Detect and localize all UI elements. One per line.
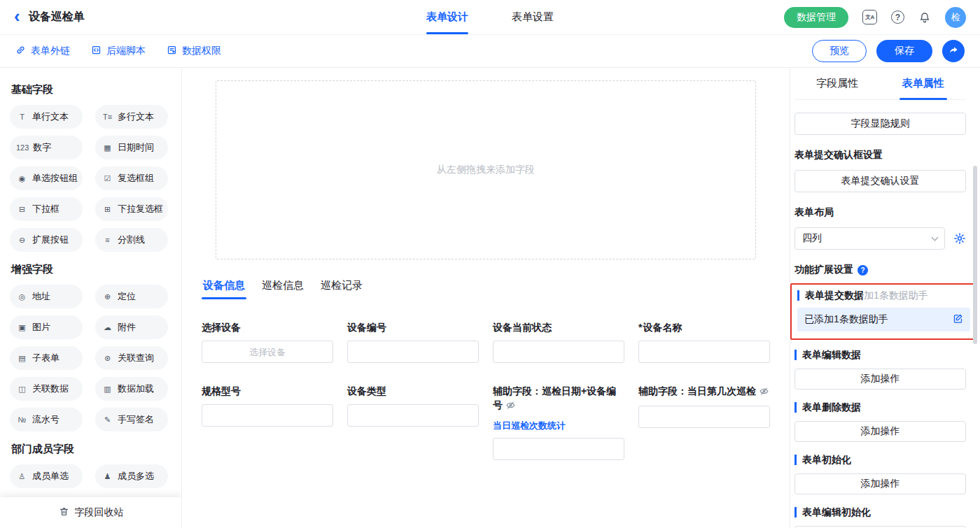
field-item-select[interactable]: ⊟下拉框: [10, 197, 83, 221]
tab-form-design[interactable]: 表单设计: [426, 0, 468, 34]
serial-number-icon: №: [16, 415, 28, 424]
member-field-grid: ♙成员单选 ♟成员多选: [10, 464, 172, 488]
field-item-signature[interactable]: ✎手写签名: [95, 408, 168, 431]
help-icon[interactable]: ?: [891, 10, 904, 24]
device-name-input[interactable]: [638, 341, 770, 363]
panel-scrollbar[interactable]: [973, 166, 977, 344]
tab-inspect-record[interactable]: 巡检记录: [319, 279, 364, 299]
data-assistant-entry[interactable]: 已添加1条数据助手: [797, 308, 970, 331]
select-icon: ⊟: [16, 205, 28, 214]
member-single-icon: ♙: [16, 472, 28, 481]
section-enhanced-fields: 增强字段: [11, 263, 172, 276]
tab-device-info[interactable]: 设备信息: [202, 279, 246, 299]
field-item-location[interactable]: ⊕定位: [95, 285, 168, 308]
field-visibility-rules-button[interactable]: 字段显隐规则: [794, 113, 966, 135]
select-device-input[interactable]: [202, 341, 333, 363]
subform-icon: ▤: [16, 354, 28, 363]
field-device-name[interactable]: *设备名称: [638, 320, 770, 363]
layout-settings-gear-icon[interactable]: [953, 232, 966, 245]
field-item-linked-query[interactable]: ⊛关联查询: [95, 346, 168, 370]
field-spec-model[interactable]: 规格型号: [202, 384, 333, 427]
form-delete-data-title: 表单删除数据: [794, 402, 966, 413]
data-permission-button[interactable]: 数据权限: [167, 45, 221, 57]
field-item-single-line-text[interactable]: T单行文本: [10, 105, 83, 129]
daily-count-stat-link[interactable]: 当日巡检次数统计: [493, 420, 624, 432]
field-item-multi-line-text[interactable]: T≡多行文本: [95, 105, 168, 129]
field-device-type[interactable]: 设备类型: [347, 384, 479, 427]
address-icon: ◎: [16, 292, 28, 301]
tab-field-properties[interactable]: 字段属性: [794, 68, 881, 99]
user-avatar[interactable]: 检: [945, 7, 966, 28]
field-item-data-load[interactable]: ▥数据加载: [95, 377, 168, 401]
eye-off-icon[interactable]: [760, 385, 769, 399]
field-device-no[interactable]: 设备编号: [347, 320, 479, 363]
aux-times-input[interactable]: [638, 406, 770, 428]
chevron-down-icon: [932, 234, 939, 241]
tab-form-settings[interactable]: 表单设置: [512, 0, 554, 34]
radio-icon: ◉: [16, 174, 28, 183]
field-item-multi-select[interactable]: ⊞下拉复选框: [95, 197, 168, 221]
toolbar-actions: 预览 保存: [812, 40, 965, 62]
single-line-text-icon: T: [16, 113, 28, 121]
notification-bell-icon[interactable]: [918, 11, 931, 24]
add-action-button[interactable]: 添加操作: [794, 473, 966, 494]
signature-icon: ✎: [102, 415, 113, 424]
extend-button-icon: ⊖: [16, 236, 28, 245]
tab-inspect-info[interactable]: 巡检信息: [260, 279, 305, 299]
external-link-button[interactable]: 表单外链: [15, 45, 70, 57]
field-aux-date-no[interactable]: 辅助字段：巡检日期+设备编号 当日巡检次数统计: [493, 384, 624, 460]
linked-query-icon: ⊛: [102, 354, 113, 363]
section-form-edit-data: 表单编辑数据 添加操作: [794, 350, 966, 390]
attachment-icon: ☁: [102, 323, 113, 332]
number-icon: 123: [16, 143, 29, 152]
add-action-button[interactable]: 添加操作: [794, 421, 966, 442]
back-icon[interactable]: ‹: [14, 7, 20, 25]
field-item-number[interactable]: 123数字: [10, 136, 83, 159]
form-layout-select[interactable]: 四列: [794, 227, 945, 250]
field-select-device[interactable]: 选择设备: [202, 320, 333, 363]
field-item-linked-data[interactable]: ◫关联数据: [10, 377, 83, 401]
link-icon: [15, 45, 26, 57]
preview-button[interactable]: 预览: [812, 40, 867, 62]
field-item-checkbox-group[interactable]: ☑复选框组: [95, 166, 168, 190]
device-type-input[interactable]: [347, 404, 479, 427]
page-title: 设备巡检单: [29, 10, 85, 24]
field-item-attachment[interactable]: ☁附件: [95, 315, 168, 339]
form-field-grid: 选择设备 设备编号 设备当前状态 *设备名称 规格型号: [202, 320, 770, 460]
multi-select-icon: ⊞: [102, 205, 113, 214]
field-item-radio-group[interactable]: ◉单选按钮组: [10, 166, 83, 190]
device-no-input[interactable]: [347, 341, 479, 363]
field-recycle-bin[interactable]: 字段回收站: [0, 497, 182, 528]
language-icon[interactable]: 文A: [862, 10, 877, 24]
submit-confirm-settings-button[interactable]: 表单提交确认设置: [794, 170, 966, 192]
form-dropzone[interactable]: 从左侧拖拽来添加字段: [216, 80, 756, 259]
section-member-fields: 部门成员字段: [11, 443, 172, 456]
edit-icon[interactable]: [953, 313, 963, 326]
eye-off-icon[interactable]: [506, 399, 515, 413]
tab-form-properties[interactable]: 表单属性: [881, 68, 967, 99]
field-item-serial-number[interactable]: №流水号: [10, 408, 83, 431]
submit-data-title: 表单提交数据: [797, 290, 864, 301]
aux-date-no-input[interactable]: [493, 438, 624, 460]
device-status-input[interactable]: [493, 341, 624, 363]
field-item-member-single[interactable]: ♙成员单选: [10, 464, 83, 488]
share-button[interactable]: [942, 40, 965, 62]
field-item-datetime[interactable]: ▦日期时间: [95, 136, 168, 159]
field-item-extend-button[interactable]: ⊖扩展按钮: [10, 228, 83, 252]
dropzone-hint: 从左侧拖拽来添加字段: [437, 164, 535, 176]
field-item-image[interactable]: ▣图片: [10, 315, 83, 339]
add-action-button[interactable]: 添加操作: [794, 369, 966, 390]
field-item-address[interactable]: ◎地址: [10, 285, 83, 308]
field-item-divider[interactable]: ≡分割线: [95, 228, 168, 252]
spec-model-input[interactable]: [202, 404, 333, 427]
field-item-subform[interactable]: ▤子表单: [10, 346, 83, 370]
data-manage-button[interactable]: 数据管理: [784, 7, 848, 28]
field-item-member-multi[interactable]: ♟成员多选: [95, 464, 168, 488]
save-button[interactable]: 保存: [876, 40, 932, 62]
field-aux-times[interactable]: 辅助字段：当日第几次巡检: [638, 384, 770, 428]
divider-icon: ≡: [102, 236, 113, 244]
image-icon: ▣: [16, 323, 28, 332]
field-device-status[interactable]: 设备当前状态: [493, 320, 624, 363]
backend-script-button[interactable]: 后端脚本: [91, 45, 146, 57]
extension-help-icon[interactable]: ?: [858, 265, 868, 276]
